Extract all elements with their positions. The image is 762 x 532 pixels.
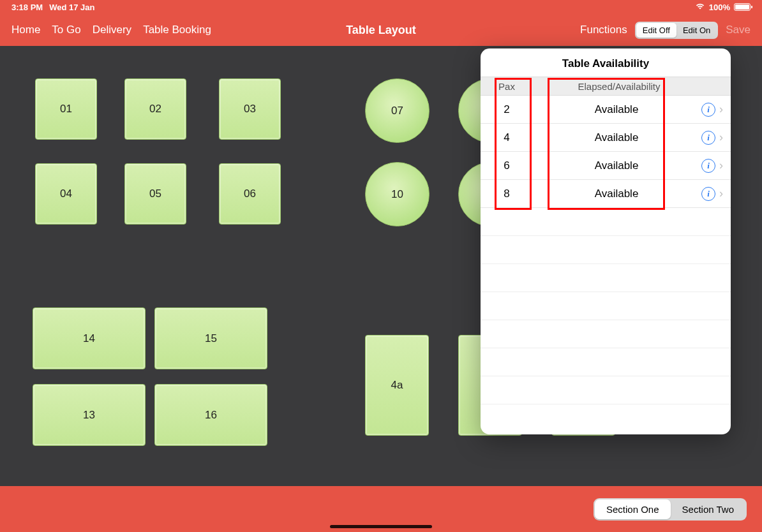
status-column-header: Elapsed/Availability <box>535 81 703 92</box>
section-switch[interactable]: Section One Section Two <box>594 498 747 521</box>
chevron-right-icon: › <box>719 159 723 172</box>
home-indicator <box>330 525 432 528</box>
table-06[interactable]: 06 <box>219 163 281 225</box>
availability-value: Available <box>535 131 698 144</box>
popover-header-row: Pax Elapsed/Availability <box>481 77 731 96</box>
edit-off-button[interactable]: Edit Off <box>636 23 676 38</box>
functions-button[interactable]: Functions <box>580 24 627 36</box>
pax-value: 4 <box>484 131 529 144</box>
availability-row[interactable]: 8 Available i › <box>481 180 731 208</box>
info-icon[interactable]: i <box>701 103 715 117</box>
page-title: Table Layout <box>346 24 416 37</box>
nav-home[interactable]: Home <box>11 24 40 36</box>
popover-empty-area <box>481 208 731 434</box>
chevron-right-icon: › <box>719 131 723 144</box>
table-01[interactable]: 01 <box>35 78 97 140</box>
table-availability-popover: Table Availability Pax Elapsed/Availabil… <box>481 48 731 434</box>
availability-value: Available <box>535 103 698 116</box>
table-02[interactable]: 02 <box>124 78 186 140</box>
table-03[interactable]: 03 <box>219 78 281 140</box>
status-time: 3:18 PM <box>11 3 43 12</box>
battery-percent: 100% <box>709 3 730 12</box>
info-icon[interactable]: i <box>701 187 715 201</box>
info-icon[interactable]: i <box>701 131 715 145</box>
table-13[interactable]: 13 <box>33 384 146 446</box>
nav-table-booking[interactable]: Table Booking <box>143 24 211 36</box>
table-14[interactable]: 14 <box>33 307 146 369</box>
chevron-right-icon: › <box>719 103 723 116</box>
edit-mode-toggle[interactable]: Edit Off Edit On <box>635 22 718 39</box>
pax-value: 2 <box>484 103 529 116</box>
availability-row[interactable]: 2 Available i › <box>481 96 731 124</box>
table-04[interactable]: 04 <box>35 163 97 225</box>
availability-row[interactable]: 4 Available i › <box>481 124 731 152</box>
nav-togo[interactable]: To Go <box>52 24 80 36</box>
table-layout-canvas[interactable]: 01 02 03 04 05 06 07 10 14 15 13 16 4a T… <box>0 46 762 486</box>
chevron-right-icon: › <box>719 187 723 200</box>
nav-delivery[interactable]: Delivery <box>93 24 131 36</box>
popover-rows: 2 Available i › 4 Available i › 6 Availa… <box>481 96 731 208</box>
section-two-button[interactable]: Section Two <box>671 499 745 519</box>
pax-column-header: Pax <box>484 81 529 92</box>
table-15[interactable]: 15 <box>154 307 267 369</box>
wifi-icon <box>695 3 705 12</box>
section-one-button[interactable]: Section One <box>595 499 671 519</box>
save-button[interactable]: Save <box>726 24 751 36</box>
edit-on-button[interactable]: Edit On <box>676 23 717 38</box>
table-4a[interactable]: 4a <box>365 335 429 436</box>
table-07[interactable]: 07 <box>365 78 430 143</box>
nav-bar: Home To Go Delivery Table Booking Table … <box>0 14 762 46</box>
popover-title: Table Availability <box>481 48 731 77</box>
info-icon[interactable]: i <box>701 159 715 173</box>
table-16[interactable]: 16 <box>154 384 267 446</box>
table-05[interactable]: 05 <box>124 163 186 225</box>
pax-value: 8 <box>484 188 529 200</box>
status-date: Wed 17 Jan <box>49 3 94 12</box>
availability-row[interactable]: 6 Available i › <box>481 152 731 180</box>
availability-value: Available <box>535 188 698 200</box>
pax-value: 6 <box>484 159 529 172</box>
table-10[interactable]: 10 <box>365 162 430 226</box>
battery-icon <box>734 3 751 11</box>
status-bar: 3:18 PM Wed 17 Jan 100% <box>0 0 762 14</box>
availability-value: Available <box>535 159 698 172</box>
